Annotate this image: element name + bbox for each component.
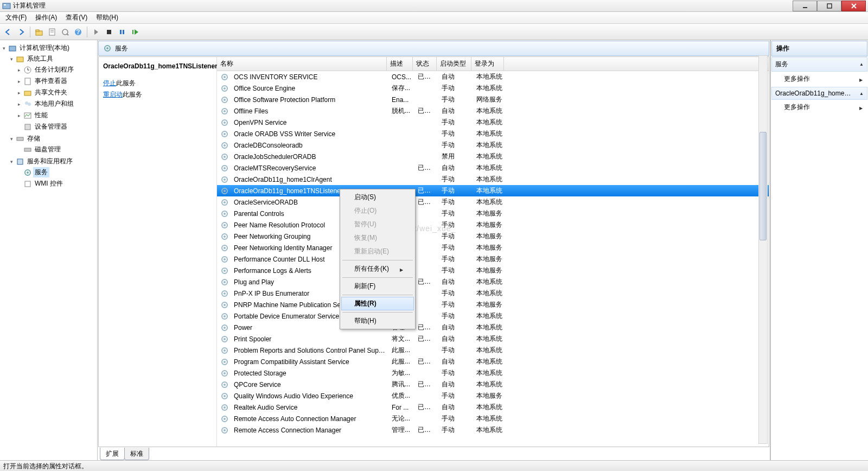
collapse-icon[interactable]: ▾ xyxy=(9,136,15,142)
services-list[interactable]: 名称 描述 状态 启动类型 登录为 OCS INVENTORY SERVICEO… xyxy=(217,57,769,447)
service-row[interactable]: Portable Device Enumerator Service手动本地系统 xyxy=(217,310,769,322)
cell-name: Problem Reports and Solutions Control Pa… xyxy=(231,346,388,355)
actions-more-2[interactable]: 更多操作 xyxy=(771,100,868,114)
expand-icon[interactable]: ▸ xyxy=(16,90,22,96)
collapse-icon[interactable]: ▾ xyxy=(9,158,15,164)
service-row[interactable]: OracleOraDb11g_home1TNSListener已启动手动本地系统 xyxy=(217,185,769,196)
forward-button[interactable] xyxy=(15,26,27,38)
tree-wmi[interactable]: ▸WMI 控件 xyxy=(16,179,96,189)
tree-event-viewer[interactable]: ▸事件查看器 xyxy=(16,76,96,86)
col-header-logon[interactable]: 登录为 xyxy=(471,57,504,71)
service-row[interactable]: Offline Files脱机...已启动自动本地系统 xyxy=(217,105,769,117)
tree-task-scheduler[interactable]: ▸任务计划程序 xyxy=(16,65,96,75)
actions-more-1[interactable]: 更多操作 xyxy=(771,72,868,86)
service-row[interactable]: Oracle ORADB VSS Writer Service手动本地系统 xyxy=(217,128,769,139)
separator xyxy=(342,295,413,295)
col-header-name[interactable]: 名称 xyxy=(217,57,387,71)
expand-icon[interactable]: ▸ xyxy=(16,67,22,73)
up-level-button[interactable] xyxy=(33,26,45,38)
tab-standard[interactable]: 标准 xyxy=(124,448,149,460)
service-row[interactable]: Remote Access Connection Manager管理...已启动… xyxy=(217,424,769,436)
gear-icon xyxy=(220,380,229,389)
service-row[interactable]: Parental Controls手动本地服务 xyxy=(217,208,769,219)
service-row[interactable]: Plug and Play已启动自动本地系统 xyxy=(217,276,769,288)
expand-icon[interactable]: ▸ xyxy=(16,101,22,107)
tree-disk-management[interactable]: ▸磁盘管理 xyxy=(16,144,96,155)
service-row[interactable]: Problem Reports and Solutions Control Pa… xyxy=(217,345,769,356)
cm-properties[interactable]: 属性(R) xyxy=(341,297,414,310)
col-header-startup[interactable]: 启动类型 xyxy=(437,57,471,71)
export-button[interactable] xyxy=(59,26,71,38)
restart-button[interactable] xyxy=(129,26,141,38)
tree-system-tools[interactable]: ▾系统工具 xyxy=(9,54,96,64)
service-row[interactable]: Performance Counter DLL Host手动本地服务 xyxy=(217,253,769,265)
col-header-desc[interactable]: 描述 xyxy=(387,57,413,71)
tree-services-apps[interactable]: ▾服务和应用程序 xyxy=(9,156,96,167)
service-row[interactable]: Peer Networking Identity Manager手动本地服务 xyxy=(217,242,769,253)
service-row[interactable]: Print Spooler将文...已启动自动本地系统 xyxy=(217,333,769,345)
cm-start[interactable]: 启动(S) xyxy=(341,190,414,204)
service-row[interactable]: OCS INVENTORY SERVICEOCS...已启动自动本地系统 xyxy=(217,71,769,82)
tree-local-users[interactable]: ▸本地用户和组 xyxy=(16,99,96,109)
service-row[interactable]: PNRP Machine Name Publication Service手动本… xyxy=(217,299,769,310)
service-row[interactable]: OracleMTSRecoveryService已启动自动本地系统 xyxy=(217,162,769,174)
service-row[interactable]: Protected Storage为敏...手动本地系统 xyxy=(217,367,769,379)
tree-services[interactable]: ▸服务 xyxy=(16,167,96,177)
expand-icon[interactable]: ▸ xyxy=(16,112,22,118)
service-row[interactable]: Power管理...已启动自动本地系统 xyxy=(217,322,769,333)
service-row[interactable]: Program Compatibility Assistant Service此… xyxy=(217,356,769,367)
actions-section-services[interactable]: 服务 ▲ xyxy=(771,57,867,72)
cell-startup: 自动 xyxy=(438,72,473,82)
service-row[interactable]: Peer Networking Grouping手动本地服务 xyxy=(217,231,769,242)
cell-status xyxy=(414,293,438,294)
service-row[interactable]: Peer Name Resolution Protocol手动本地服务 xyxy=(217,219,769,231)
service-row[interactable]: OracleOraDb11g_home1ClrAgent手动本地系统 xyxy=(217,174,769,185)
tree-root[interactable]: ▾计算机管理(本地) xyxy=(1,43,96,53)
tree-shared-folders[interactable]: ▸共享文件夹 xyxy=(16,87,96,98)
service-row[interactable]: Performance Logs & Alerts手动本地服务 xyxy=(217,265,769,276)
pause-button[interactable] xyxy=(116,26,128,38)
actions-section-item[interactable]: OracleOraDb11g_home1... ▲ xyxy=(771,87,867,100)
collapse-icon[interactable]: ▾ xyxy=(9,56,15,62)
service-row[interactable]: OracleJobSchedulerORADB禁用本地系统 xyxy=(217,151,769,162)
cm-all-tasks[interactable]: 所有任务(K) xyxy=(341,262,414,276)
service-row[interactable]: QPCore Service腾讯...已启动自动本地系统 xyxy=(217,379,769,390)
cm-help[interactable]: 帮助(H) xyxy=(341,314,414,328)
stop-link[interactable]: 停止 xyxy=(103,79,116,87)
tree-performance[interactable]: ▸性能 xyxy=(16,110,96,120)
help-button[interactable]: ? xyxy=(72,26,84,38)
scrollbar-thumb[interactable] xyxy=(760,132,767,240)
service-row[interactable]: Remote Access Auto Connection Manager无论.… xyxy=(217,413,769,424)
tab-extended[interactable]: 扩展 xyxy=(100,448,125,460)
expand-icon[interactable]: ▸ xyxy=(16,78,22,84)
col-header-status[interactable]: 状态 xyxy=(413,57,437,71)
menu-action[interactable]: 操作(A) xyxy=(32,12,60,23)
stop-button[interactable] xyxy=(103,26,115,38)
collapse-icon[interactable]: ▾ xyxy=(1,45,7,51)
service-row[interactable]: Office Source Engine保存...手动本地系统 xyxy=(217,82,769,94)
cell-desc xyxy=(388,145,414,146)
menu-file[interactable]: 文件(F) xyxy=(2,12,30,23)
play-button[interactable] xyxy=(90,26,102,38)
minimize-button[interactable] xyxy=(793,1,817,11)
service-row[interactable]: OracleServiceORADB已启动手动本地系统 xyxy=(217,196,769,208)
service-row[interactable]: PnP-X IP Bus Enumerator手动本地系统 xyxy=(217,288,769,299)
restart-link[interactable]: 重启动 xyxy=(103,91,123,98)
back-button[interactable] xyxy=(2,26,14,38)
properties-button[interactable] xyxy=(46,26,58,38)
close-button[interactable] xyxy=(841,1,866,11)
service-row[interactable]: Realtek Audio ServiceFor ...已启动自动本地系统 xyxy=(217,402,769,413)
gear-icon xyxy=(220,96,229,104)
service-row[interactable]: OpenVPN Service手动本地系统 xyxy=(217,117,769,128)
menu-help[interactable]: 帮助(H) xyxy=(93,12,122,23)
service-row[interactable]: Office Software Protection PlatformEna..… xyxy=(217,94,769,105)
service-row[interactable]: Quality Windows Audio Video Experience优质… xyxy=(217,390,769,402)
cm-refresh[interactable]: 刷新(F) xyxy=(341,279,414,293)
scrollbar[interactable] xyxy=(758,55,768,444)
menu-view[interactable]: 查看(V) xyxy=(62,12,91,23)
tree-storage[interactable]: ▾存储 xyxy=(9,133,96,144)
service-row[interactable]: OracleDBConsoleoradb手动本地系统 xyxy=(217,139,769,151)
maximize-button[interactable] xyxy=(817,1,841,11)
tree-device-manager[interactable]: ▸设备管理器 xyxy=(16,122,96,132)
svg-rect-1 xyxy=(4,4,6,5)
